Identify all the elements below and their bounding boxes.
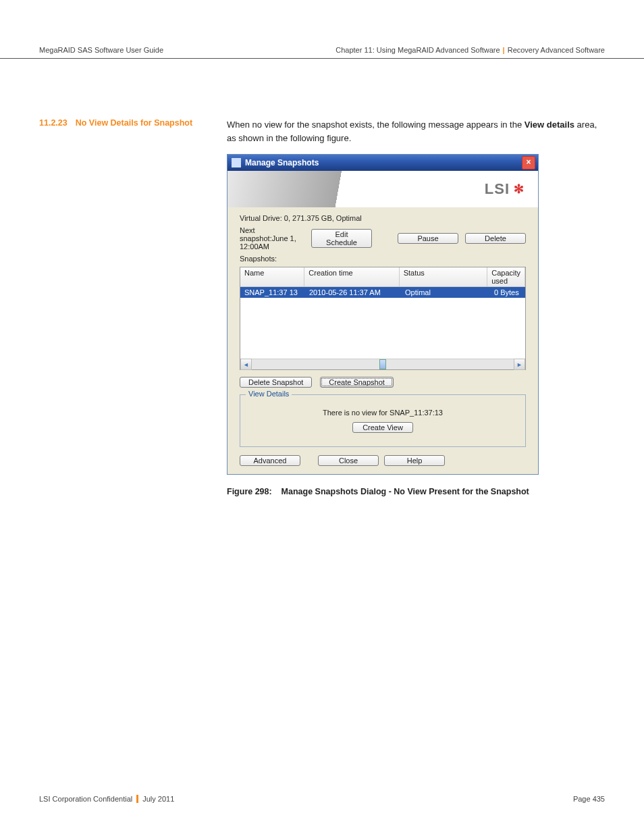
breadcrumb: Chapter 11: Using MegaRAID Advanced Soft… — [336, 46, 605, 54]
intro-pre: When no view for the snapshot exists, th… — [227, 120, 525, 130]
delete-button[interactable]: Delete — [465, 233, 526, 244]
col-name[interactable]: Name — [240, 267, 304, 286]
lsi-logo-text: LSI — [485, 180, 510, 198]
snapshots-label: Snapshots: — [240, 255, 277, 263]
table-empty-area — [240, 298, 525, 359]
horizontal-scrollbar[interactable]: ◄ ► — [240, 359, 525, 369]
footer-confidential: LSI Corporation Confidential — [39, 795, 132, 803]
footer-bar-icon — [136, 795, 138, 803]
content-area: 11.2.23 No View Details for Snapshot Whe… — [0, 59, 644, 496]
app-icon — [232, 158, 241, 167]
next-snapshot-label: Next snapshot:June 1, 12:00AM — [240, 226, 304, 251]
close-icon[interactable]: × — [522, 156, 535, 170]
scroll-right-icon[interactable]: ► — [514, 359, 525, 370]
figure-label: Figure 298: — [227, 487, 272, 496]
create-view-button[interactable]: Create View — [352, 422, 413, 433]
virtual-drive-label: Virtual Drive: 0, 271.375 GB, Optimal — [240, 214, 362, 222]
view-details-legend: View Details — [246, 390, 292, 398]
pause-button[interactable]: Pause — [398, 233, 458, 244]
col-capacity[interactable]: Capacity used — [487, 267, 525, 286]
help-button[interactable]: Help — [384, 455, 445, 466]
breadcrumb-chapter: Chapter 11: Using MegaRAID Advanced Soft… — [336, 46, 500, 54]
intro-bold: View details — [525, 120, 574, 130]
table-row[interactable]: SNAP_11:37 13 2010-05-26 11:37 AM Optima… — [240, 287, 525, 298]
cell-status: Optimal — [401, 287, 490, 298]
delete-snapshot-button[interactable]: Delete Snapshot — [240, 377, 312, 388]
titlebar: Manage Snapshots × — [227, 155, 538, 171]
figure-text: Manage Snapshots Dialog - No View Presen… — [281, 487, 529, 496]
no-view-message: There is no view for SNAP_11:37:13 — [323, 409, 443, 417]
col-creation-time[interactable]: Creation time — [304, 267, 399, 286]
breadcrumb-section: Recovery Advanced Software — [508, 46, 605, 54]
page-footer: LSI Corporation Confidential July 2011 P… — [39, 795, 605, 803]
sparkle-icon: ✻ — [514, 182, 525, 197]
scroll-left-icon[interactable]: ◄ — [240, 359, 252, 370]
view-details-fieldset: View Details There is no view for SNAP_1… — [240, 394, 526, 447]
intro-text: When no view for the snapshot exists, th… — [227, 118, 605, 145]
section-number: 11.2.23 — [39, 118, 68, 128]
cell-name: SNAP_11:37 13 — [240, 287, 305, 298]
footer-date: July 2011 — [142, 795, 174, 803]
close-button[interactable]: Close — [318, 455, 379, 466]
create-snapshot-button[interactable]: Create Snapshot — [320, 377, 394, 388]
snapshots-table: Name Creation time Status Capacity used … — [240, 267, 526, 370]
edit-schedule-button[interactable]: Edit Schedule — [311, 229, 372, 248]
footer-page: Page 435 — [573, 795, 605, 803]
cell-capacity: 0 Bytes — [490, 287, 525, 298]
doc-title: MegaRAID SAS Software User Guide — [39, 46, 163, 54]
section-heading: 11.2.23 No View Details for Snapshot — [39, 118, 213, 128]
figure-caption: Figure 298: Manage Snapshots Dialog - No… — [227, 487, 605, 496]
cell-time: 2010-05-26 11:37 AM — [305, 287, 401, 298]
separator-icon: | — [503, 46, 505, 54]
advanced-button[interactable]: Advanced — [240, 455, 300, 466]
scroll-thumb[interactable] — [379, 359, 386, 369]
table-header: Name Creation time Status Capacity used — [240, 267, 525, 287]
manage-snapshots-dialog: Manage Snapshots × LSI ✻ Virtual Drive: … — [227, 154, 539, 475]
dialog-title: Manage Snapshots — [245, 158, 319, 167]
col-status[interactable]: Status — [400, 267, 488, 286]
logo-band: LSI ✻ — [227, 171, 538, 207]
lsi-logo: LSI ✻ — [485, 180, 525, 198]
section-title: No View Details for Snapshot — [76, 118, 192, 128]
page-header: MegaRAID SAS Software User Guide Chapter… — [0, 0, 644, 59]
